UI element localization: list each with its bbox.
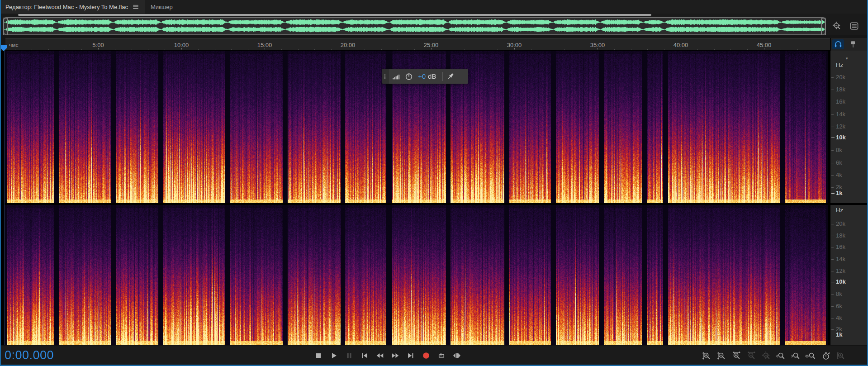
horizontal-scrollbar-thumb[interactable] bbox=[18, 14, 651, 16]
frequency-tick-label: 10k bbox=[836, 134, 846, 141]
overview-range-selector[interactable] bbox=[3, 17, 826, 35]
zoom-in-vertical-button[interactable] bbox=[701, 350, 712, 361]
ruler-minor-tick bbox=[165, 49, 165, 50]
frequency-tick-label: 18k bbox=[836, 86, 845, 93]
overview-strip bbox=[0, 17, 868, 35]
ruler-minor-tick bbox=[365, 49, 365, 50]
pause-button[interactable] bbox=[344, 350, 355, 361]
frequency-tick-mark bbox=[831, 306, 834, 307]
zoom-to-selection-button[interactable]: ‹› bbox=[805, 350, 817, 361]
ruler-minor-tick bbox=[231, 49, 232, 50]
scale-collapse-icon[interactable]: ▾ bbox=[846, 56, 848, 61]
frequency-tick-mark bbox=[831, 127, 834, 127]
loop-playback-button[interactable] bbox=[436, 350, 447, 361]
frequency-tick-mark bbox=[831, 294, 834, 295]
ruler-minor-tick bbox=[331, 49, 332, 50]
frequency-tick-label: 12k bbox=[836, 124, 845, 130]
frequency-tick-label: 16k bbox=[836, 99, 845, 105]
ruler-minor-tick bbox=[448, 49, 448, 50]
frequency-tick-mark bbox=[831, 259, 834, 260]
panel-tab-bar: Редактор: Fleetwood Mac - Mystery To Me.… bbox=[0, 0, 868, 14]
ruler-minor-tick bbox=[697, 49, 698, 50]
ruler-minor-tick bbox=[398, 49, 398, 50]
frequency-tick-label: 4k bbox=[836, 315, 842, 321]
volume-bars-icon bbox=[391, 71, 402, 82]
stop-button[interactable] bbox=[313, 350, 324, 361]
ruler-minor-tick bbox=[714, 49, 715, 50]
ruler-minor-tick bbox=[32, 49, 32, 50]
ruler-minor-tick bbox=[465, 49, 465, 50]
frequency-tick-mark bbox=[831, 271, 834, 271]
tab-editor[interactable]: Редактор: Fleetwood Mac - Mystery To Me.… bbox=[0, 0, 145, 14]
ruler-minor-tick bbox=[265, 49, 265, 50]
pin-icon bbox=[849, 40, 858, 49]
ruler-minor-tick bbox=[431, 49, 432, 50]
frequency-tick-mark bbox=[831, 282, 835, 282]
rewind-button[interactable] bbox=[375, 350, 385, 361]
zoom-in-amplitude-button[interactable] bbox=[835, 350, 847, 361]
transport-controls bbox=[313, 350, 462, 361]
zoom-out-horizontal-button[interactable] bbox=[745, 350, 757, 361]
ruler-minor-tick bbox=[348, 49, 348, 50]
zoom-to-in-point-button[interactable]: ‹ bbox=[775, 350, 787, 361]
panel-list-icon[interactable] bbox=[848, 20, 860, 32]
zoom-to-out-point-button[interactable]: › bbox=[790, 350, 802, 361]
timed-record-button[interactable] bbox=[820, 350, 832, 361]
tab-mixer[interactable]: Микшер bbox=[145, 0, 178, 14]
horizontal-scrollbar[interactable] bbox=[0, 14, 868, 17]
skip-to-start-button[interactable] bbox=[359, 350, 370, 361]
gain-value[interactable]: +0 bbox=[418, 72, 426, 80]
ruler-minor-tick bbox=[814, 49, 814, 50]
play-button[interactable] bbox=[328, 350, 339, 361]
frequency-scale-left-channel[interactable]: Hz ▾ 20k18k16k14k12k10k8k6k4k2k1k bbox=[830, 51, 868, 203]
monitor-input-button[interactable] bbox=[832, 39, 844, 49]
frequency-tick-mark bbox=[831, 150, 834, 151]
skip-to-end-button[interactable] bbox=[405, 350, 416, 361]
ruler-tick-label: 5:00 bbox=[92, 42, 104, 48]
time-display[interactable]: 0:00.000 bbox=[5, 348, 54, 362]
skip-selection-button[interactable] bbox=[451, 350, 462, 361]
ruler-minor-tick bbox=[148, 49, 148, 50]
frequency-tick-label: 14k bbox=[836, 256, 845, 262]
zoom-reset-icon[interactable] bbox=[831, 20, 843, 32]
ruler-minor-tick bbox=[781, 49, 781, 50]
frequency-tick-label: 6k bbox=[836, 303, 842, 309]
frequency-scale-right-channel[interactable]: Hz 20k18k16k14k12k10k8k6k4k2k1k bbox=[830, 205, 868, 345]
zoom-out-vertical-button[interactable] bbox=[716, 350, 727, 361]
hud-drag-handle[interactable] bbox=[382, 69, 389, 84]
ruler-tick-label: 25:00 bbox=[424, 42, 439, 48]
panel-menu-icon[interactable] bbox=[132, 3, 140, 11]
ruler-minor-tick bbox=[132, 49, 132, 50]
frequency-tick-label: 8k bbox=[836, 147, 842, 153]
ruler-minor-tick bbox=[98, 49, 99, 50]
spectrogram-canvas[interactable] bbox=[0, 51, 830, 345]
zoom-in-horizontal-button[interactable] bbox=[730, 350, 742, 361]
ruler-minor-tick bbox=[65, 49, 65, 50]
ruler-minor-tick bbox=[598, 49, 598, 50]
hud-pin-button[interactable] bbox=[445, 71, 456, 82]
frequency-tick-label: 18k bbox=[836, 233, 845, 239]
ruler-minor-tick bbox=[298, 49, 299, 50]
ruler-tick-label: 45:00 bbox=[757, 42, 772, 48]
ruler-minor-tick bbox=[664, 49, 664, 50]
volume-hud: +0 dB bbox=[382, 69, 468, 84]
fast-forward-button[interactable] bbox=[390, 350, 401, 361]
gain-knob-icon[interactable] bbox=[403, 71, 414, 82]
ruler-unit-label: чмс bbox=[9, 42, 19, 48]
record-button[interactable] bbox=[421, 350, 432, 361]
pin-marker-button[interactable] bbox=[848, 39, 858, 49]
ruler-minor-tick bbox=[764, 49, 764, 50]
ruler-minor-tick bbox=[81, 49, 82, 50]
ruler-minor-tick bbox=[548, 49, 548, 50]
frequency-tick-mark bbox=[831, 90, 834, 90]
frequency-tick-label: 20k bbox=[836, 221, 845, 227]
ruler-minor-tick bbox=[48, 49, 49, 50]
zoom-out-full-button[interactable] bbox=[760, 350, 772, 361]
timeline-ruler[interactable]: чмс 5:0010:0015:0020:0025:0030:0035:0040… bbox=[5, 38, 830, 51]
gain-unit-label: dB bbox=[428, 72, 436, 80]
divider bbox=[0, 35, 868, 38]
ruler-row: чмс 5:0010:0015:0020:0025:0030:0035:0040… bbox=[0, 38, 868, 51]
frequency-tick-label: 6k bbox=[836, 160, 842, 166]
ruler-minor-tick bbox=[797, 49, 798, 50]
frequency-tick-label: 20k bbox=[836, 74, 845, 81]
